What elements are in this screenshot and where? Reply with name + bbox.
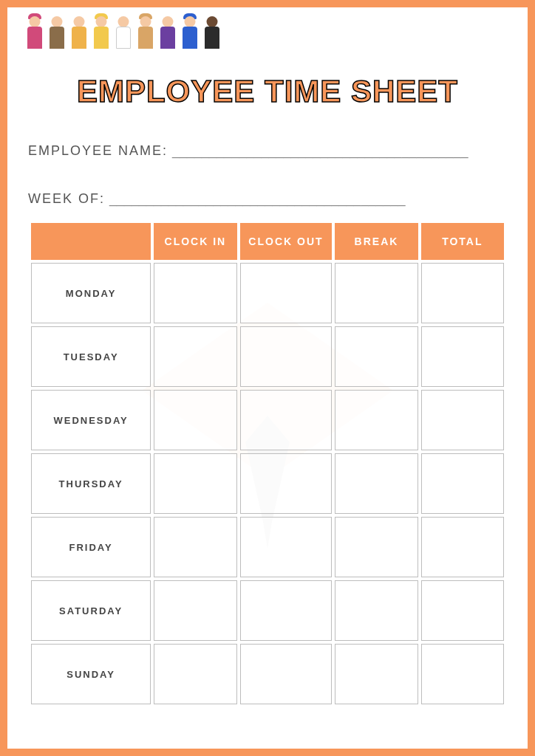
table-row: FRIDAY [31,517,504,577]
header-clock-out: CLOCK OUT [240,223,333,260]
day-cell: FRIDAY [31,517,151,577]
day-cell: WEDNESDAY [31,390,151,450]
person-icon [68,13,90,58]
total-cell[interactable] [421,390,504,450]
table-row: MONDAY [31,263,504,323]
total-cell[interactable] [421,326,504,387]
break-cell[interactable] [335,580,418,641]
table-row: SATURDAY [31,580,504,641]
header-break: BREAK [335,223,418,260]
table-header-row: CLOCK IN CLOCK OUT BREAK TOTAL [31,223,504,260]
break-cell[interactable] [335,644,418,704]
person-icon [46,13,68,58]
clock-out-cell[interactable] [240,644,333,704]
header-blank [31,223,151,260]
total-cell[interactable] [421,644,504,704]
total-cell[interactable] [421,580,504,641]
person-icon [90,13,112,58]
page-title: EMPLOYEE TIME SHEET [28,74,507,109]
day-cell: THURSDAY [31,453,151,514]
day-cell: SATURDAY [31,580,151,641]
break-cell[interactable] [335,517,418,577]
clock-in-cell[interactable] [154,326,236,387]
total-cell[interactable] [421,517,504,577]
person-icon [112,13,134,58]
week-of-line: ________________________________________ [105,191,507,207]
person-icon [134,13,157,58]
clock-out-cell[interactable] [240,453,333,514]
total-cell[interactable] [421,453,504,514]
page-frame: EMPLOYEE TIME SHEET EMPLOYEE NAME: _____… [0,0,535,756]
total-cell[interactable] [421,263,504,323]
week-of-field[interactable]: WEEK OF: _______________________________… [28,191,507,207]
employee-name-field[interactable]: EMPLOYEE NAME: _________________________… [28,143,507,159]
table-row: TUESDAY [31,326,504,387]
people-illustration [24,13,507,61]
day-cell: SUNDAY [31,644,151,704]
break-cell[interactable] [335,263,418,323]
table-row: WEDNESDAY [31,390,504,450]
clock-out-cell[interactable] [240,263,333,323]
day-cell: MONDAY [31,263,151,323]
day-cell: TUESDAY [31,326,151,387]
clock-out-cell[interactable] [240,326,333,387]
clock-in-cell[interactable] [154,580,236,641]
clock-in-cell[interactable] [154,390,236,450]
clock-in-cell[interactable] [154,517,236,577]
header-clock-in: CLOCK IN [154,223,236,260]
person-icon [201,13,223,58]
header-total: TOTAL [421,223,504,260]
table-row: THURSDAY [31,453,504,514]
break-cell[interactable] [335,453,418,514]
break-cell[interactable] [335,326,418,387]
week-of-label: WEEK OF: [28,191,105,207]
person-icon [157,13,179,58]
clock-out-cell[interactable] [240,580,333,641]
clock-in-cell[interactable] [154,644,236,704]
employee-name-line: ________________________________________ [168,143,507,159]
table-row: SUNDAY [31,644,504,704]
clock-in-cell[interactable] [154,263,236,323]
clock-out-cell[interactable] [240,517,333,577]
break-cell[interactable] [335,390,418,450]
person-icon [24,13,46,58]
timesheet-table: CLOCK IN CLOCK OUT BREAK TOTAL MONDAYTUE… [28,220,507,707]
person-icon [179,13,201,58]
employee-name-label: EMPLOYEE NAME: [28,143,168,159]
clock-out-cell[interactable] [240,390,333,450]
clock-in-cell[interactable] [154,453,236,514]
